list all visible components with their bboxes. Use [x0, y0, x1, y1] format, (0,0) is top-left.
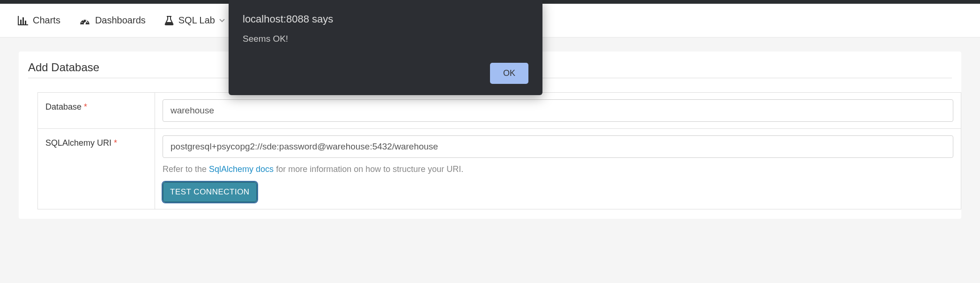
- sqlalchemy-docs-link[interactable]: SqlAlchemy docs: [209, 164, 274, 174]
- nav-sql-lab-label: SQL Lab: [178, 15, 215, 26]
- alert-ok-button[interactable]: OK: [490, 63, 528, 84]
- uri-label: SQLAlchemy URI: [45, 138, 111, 148]
- svg-point-9: [86, 20, 87, 21]
- nav-charts-label: Charts: [33, 15, 60, 26]
- form-row-database: Database *: [38, 93, 961, 129]
- database-label-cell: Database *: [38, 93, 155, 129]
- browser-alert-dialog: localhost:8088 says Seems OK! OK: [229, 0, 542, 95]
- nav-dashboards[interactable]: Dashboards: [79, 15, 146, 26]
- database-name-input[interactable]: [163, 99, 953, 122]
- svg-rect-4: [25, 21, 26, 24]
- form-row-uri: SQLAlchemy URI * Refer to the SqlAlchemy…: [38, 129, 961, 209]
- nav-sql-lab[interactable]: SQL Lab: [164, 15, 225, 26]
- svg-point-10: [87, 22, 88, 23]
- help-prefix: Refer to the: [163, 164, 209, 174]
- svg-rect-1: [18, 24, 28, 25]
- svg-rect-2: [20, 20, 22, 24]
- uri-input-cell: Refer to the SqlAlchemy docs for more in…: [155, 129, 961, 209]
- alert-title: localhost:8088 says: [243, 13, 528, 25]
- help-suffix: for more information on how to structure…: [274, 164, 463, 174]
- dashboard-gauge-icon: [79, 16, 90, 25]
- flask-icon: [164, 15, 174, 26]
- chevron-down-icon: [219, 18, 225, 23]
- uri-help-text: Refer to the SqlAlchemy docs for more in…: [163, 164, 953, 174]
- svg-point-8: [83, 20, 84, 21]
- test-connection-button[interactable]: TEST CONNECTION: [163, 182, 257, 202]
- svg-point-7: [82, 22, 82, 23]
- database-label: Database: [45, 102, 82, 112]
- nav-dashboards-label: Dashboards: [95, 15, 146, 26]
- uri-label-cell: SQLAlchemy URI *: [38, 129, 155, 209]
- bar-chart-icon: [18, 16, 28, 25]
- alert-message: Seems OK!: [243, 34, 528, 44]
- required-asterisk: *: [114, 138, 117, 148]
- alert-actions: OK: [243, 63, 528, 84]
- required-asterisk: *: [84, 102, 87, 112]
- nav-charts[interactable]: Charts: [18, 15, 60, 26]
- svg-rect-3: [22, 17, 24, 24]
- sqlalchemy-uri-input[interactable]: [163, 135, 953, 158]
- svg-rect-0: [18, 16, 19, 25]
- database-form-table: Database * SQLAlchemy URI * Refer to the…: [37, 92, 961, 209]
- database-input-cell: [155, 93, 961, 129]
